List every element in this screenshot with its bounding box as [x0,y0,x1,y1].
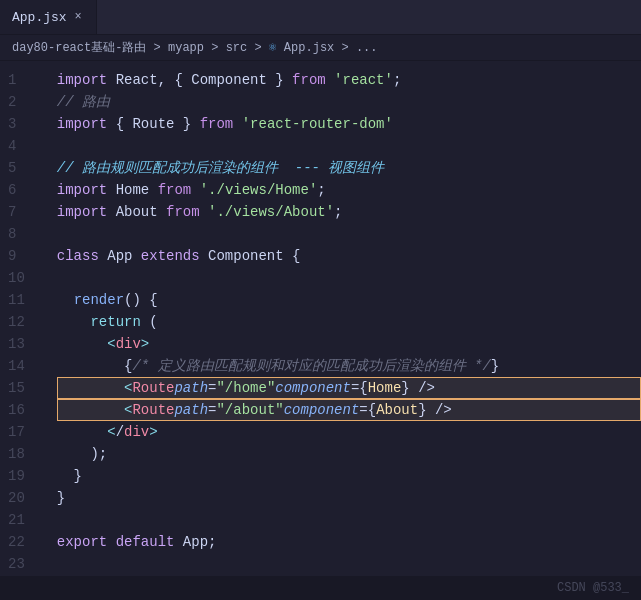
breadcrumb-path: day80-react基础-路由 > myapp > src > ⚛ App.j… [12,39,378,56]
code-line: </div> [57,421,641,443]
code-line: {/* 定义路由匹配规则和对应的匹配成功后渲染的组件 */} [57,355,641,377]
line-number: 2 [8,91,39,113]
line-number: 13 [8,333,39,355]
code-line [57,267,641,289]
line-number: 18 [8,443,39,465]
editor: 1234567891011121314151617181920212223 im… [0,61,641,576]
code-line: import { Route } from 'react-router-dom' [57,113,641,135]
line-number: 7 [8,201,39,223]
code-line: } [57,465,641,487]
line-number: 23 [8,553,39,575]
code-line: return ( [57,311,641,333]
line-number: 22 [8,531,39,553]
code-line: ); [57,443,641,465]
csdn-label: CSDN @533_ [557,581,629,595]
code-line: <Route path="/home" component={Home} /> [57,377,641,399]
line-numbers: 1234567891011121314151617181920212223 [0,61,53,576]
line-number: 5 [8,157,39,179]
code-line: } [57,487,641,509]
status-bar: CSDN @533_ [0,576,641,600]
code-line: render() { [57,289,641,311]
line-number: 16 [8,399,39,421]
tab-app-jsx[interactable]: App.jsx × [0,0,97,34]
line-number: 15 [8,377,39,399]
line-number: 21 [8,509,39,531]
code-line: // 路由 [57,91,641,113]
code-line: <div> [57,333,641,355]
tab-close-button[interactable]: × [73,8,84,26]
breadcrumb: day80-react基础-路由 > myapp > src > ⚛ App.j… [0,35,641,61]
code-line: // 路由规则匹配成功后渲染的组件 --- 视图组件 [57,157,641,179]
line-number: 1 [8,69,39,91]
code-line: import React, { Component } from 'react'… [57,69,641,91]
line-number: 12 [8,311,39,333]
tab-bar: App.jsx × [0,0,641,35]
code-line: import Home from './views/Home'; [57,179,641,201]
code-line: import About from './views/About'; [57,201,641,223]
line-number: 4 [8,135,39,157]
line-number: 6 [8,179,39,201]
line-number: 17 [8,421,39,443]
code-line: <Route path="/about" component={About} /… [57,399,641,421]
line-number: 8 [8,223,39,245]
code-line [57,223,641,245]
code-line: class App extends Component { [57,245,641,267]
code-line [57,509,641,531]
code-line [57,135,641,157]
line-number: 9 [8,245,39,267]
line-number: 14 [8,355,39,377]
tab-filename: App.jsx [12,10,67,25]
code-area[interactable]: import React, { Component } from 'react'… [53,61,641,576]
line-number: 10 [8,267,39,289]
line-number: 19 [8,465,39,487]
code-line [57,553,641,575]
code-line: export default App; [57,531,641,553]
line-number: 20 [8,487,39,509]
line-number: 3 [8,113,39,135]
line-number: 11 [8,289,39,311]
